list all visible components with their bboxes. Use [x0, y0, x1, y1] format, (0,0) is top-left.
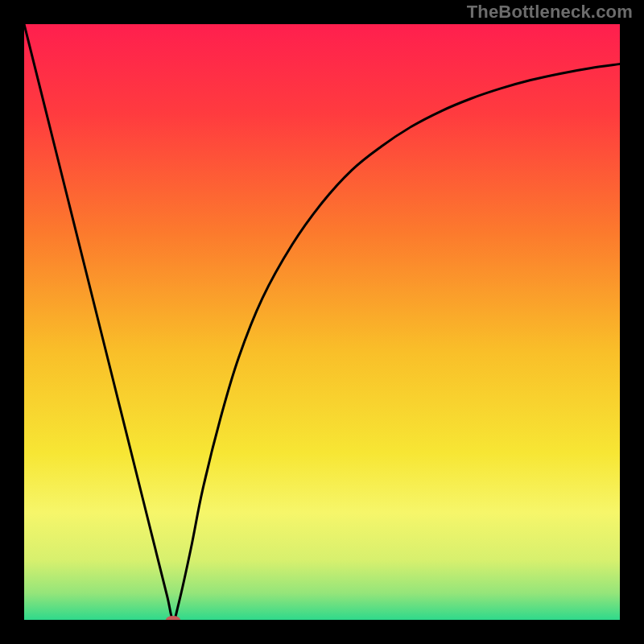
gradient-background — [24, 24, 620, 620]
chart-frame: TheBottleneck.com — [0, 0, 644, 644]
bottleneck-chart — [24, 24, 620, 620]
plot-area — [24, 24, 620, 620]
watermark-text: TheBottleneck.com — [467, 2, 633, 23]
